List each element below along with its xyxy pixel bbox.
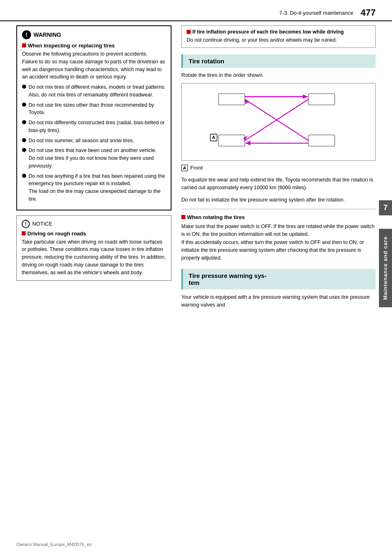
warning-bullet-1: Do not mix tires of different makes, mod… [22,83,166,99]
content-wrapper: ! WARNING When inspecting or replacing t… [0,21,392,322]
svg-rect-1 [308,94,334,105]
inflation-title-text: If tire inflation pressure of each tire … [192,29,344,35]
tire-rotation-diagram: A [181,83,376,161]
bullet-text-5: Do not use tires that have been used on … [29,147,166,170]
header-section-text: 7-3. Do-it-yourself maintenance [279,10,353,16]
bullet-circle-4 [22,138,26,142]
notice-title: NOTICE [32,221,52,227]
left-column: ! WARNING When inspecting or replacing t… [16,25,172,313]
bullet-circle-2 [22,103,26,107]
tire-rotation-banner: Tire rotation [181,54,376,68]
notice-red-bullet [22,231,26,235]
bullet-text-3: Do not mix differently constructed tires… [29,119,166,134]
warning-header: ! WARNING [22,30,166,39]
svg-text:A: A [212,135,215,140]
rotation-body1: To equalize tire wear and help extend ti… [181,176,376,192]
tire-diagram-svg: A [188,90,369,154]
notice-icon: ! [22,220,30,228]
notice-section-title: Driving on rough roads [22,231,166,237]
front-label: A Front [181,165,376,171]
when-rotating-text: Make sure that the power switch is OFF. … [181,223,376,262]
svg-rect-2 [218,135,245,146]
svg-rect-3 [308,135,334,146]
warning-bullet-5: Do not use tires that have been used on … [22,147,166,170]
inflation-bullet [187,30,191,34]
warning-bullet-3: Do not mix differently constructed tires… [22,119,166,134]
warning-bullet-6: Do not tow anything if a tire that has b… [22,172,166,203]
right-column: If tire inflation pressure of each tire … [181,25,376,313]
svg-marker-9 [303,94,308,99]
notice-section-heading: Driving on rough roads [27,231,86,237]
page-number: 477 [361,7,376,18]
subsection-bullet [181,215,185,219]
bullet-text-2: Do not use tire sizes other than those r… [29,101,166,117]
svg-marker-11 [245,141,250,145]
warning-bullet-4: Do not mix summer, all season and snow t… [22,137,166,145]
rotation-body2: Do not fail to initialize the tire press… [181,196,376,204]
when-rotating-title: When rotating the tires [181,214,376,220]
warning-bullet-2: Do not use tire sizes other than those r… [22,101,166,117]
tire-rotation-title: Tire rotation [189,58,224,65]
warning-box: ! WARNING When inspecting or replacing t… [16,25,172,210]
tire-pressure-title: Tire pressure warning sys-tem [189,272,267,286]
warning-title: WARNING [33,31,61,38]
notice-header: ! NOTICE [22,220,166,228]
when-rotating-heading: When rotating the tires [187,214,245,220]
inflation-body: Do not continue driving, or your tires a… [187,36,370,44]
tire-pressure-intro: Your vehicle is equipped with a tire pre… [181,293,376,309]
inflation-title: If tire inflation pressure of each tire … [187,29,370,35]
side-tab-label: Maintenance and care [379,229,392,307]
rotate-intro: Rotate the tires in the order shown. [181,72,376,78]
red-bullet-square [22,43,26,47]
chapter-number: 7 [379,200,392,215]
notice-box: ! NOTICE Driving on rough roads Take par… [16,215,172,281]
footer: Owners Manual_Europe_M42D76_en [16,542,92,547]
inflation-box: If tire inflation pressure of each tire … [181,25,376,48]
page-header: 7-3. Do-it-yourself maintenance 477 [0,0,392,21]
warning-intro-text: Observe the following precautions to pre… [22,50,166,81]
bullet-text-1: Do not mix tires of different makes, mod… [29,83,166,99]
warning-section-title: When inspecting or replacing tires [22,43,166,49]
tire-pressure-banner: Tire pressure warning sys-tem [181,269,376,289]
front-label-box: A [181,165,188,171]
bullet-text-4: Do not mix summer, all season and snow t… [29,137,166,145]
warning-icon: ! [22,30,31,39]
bullet-circle-6 [22,174,26,178]
warning-section-heading: When inspecting or replacing tires [28,43,115,49]
svg-rect-0 [218,94,245,105]
bullet-circle-5 [22,148,26,152]
front-label-text: Front [190,165,203,171]
bullet-text-6: Do not tow anything if a tire that has b… [29,172,166,203]
notice-text: Take particular care when driving on roa… [22,238,166,277]
bullet-circle-1 [22,85,26,89]
section-divider [181,209,376,209]
bullet-circle-3 [22,120,26,124]
